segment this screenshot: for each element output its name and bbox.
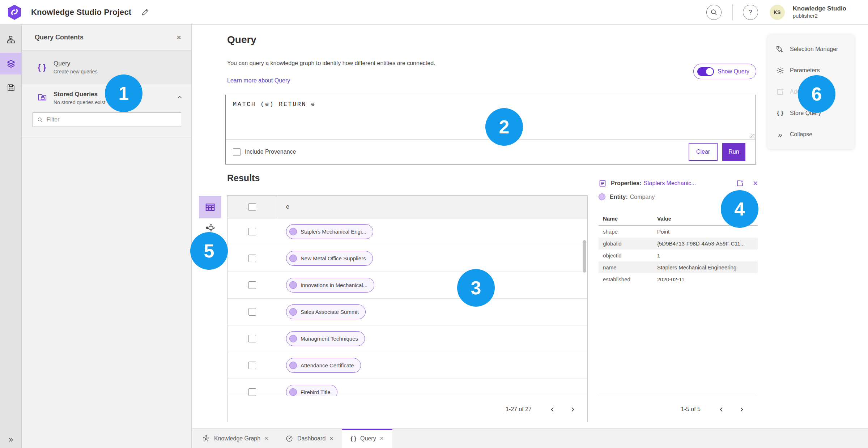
add-to-map-icon[interactable] [736, 179, 744, 188]
row-checkbox[interactable] [248, 388, 256, 396]
row-checkbox[interactable] [248, 228, 256, 235]
header-divider [732, 4, 733, 21]
row-checkbox-cell [227, 272, 277, 298]
table-row: Innovations in Mechanical... [227, 272, 587, 299]
toggle-knob [706, 68, 713, 75]
selection-manager-icon [776, 45, 784, 54]
next-page-button[interactable] [735, 402, 748, 416]
properties-icon [599, 179, 607, 187]
rail-query-button[interactable] [0, 53, 22, 74]
learn-more-link[interactable]: Learn more about Query [227, 77, 290, 84]
collapse-section-button[interactable] [177, 94, 183, 102]
entity-chip[interactable]: Firebird Title [286, 385, 337, 396]
app-logo-icon [7, 4, 22, 20]
select-all-cell [227, 196, 277, 218]
include-provenance-checkbox[interactable] [233, 148, 241, 156]
row-checkbox[interactable] [248, 281, 256, 289]
row-checkbox[interactable] [248, 308, 256, 316]
query-editor-footer: Include Provenance Clear Run [226, 140, 756, 164]
search-button[interactable] [706, 5, 722, 20]
stored-queries-label: Stored Queries [54, 91, 105, 98]
gear-icon [776, 66, 784, 75]
hierarchy-icon [6, 35, 16, 44]
results-pagination-text: 1-27 of 27 [506, 406, 532, 413]
avatar-initials: KS [774, 9, 780, 15]
page-title: Query [227, 34, 256, 46]
query-page: Query You can query a knowledge graph to… [192, 25, 868, 428]
property-row: shape Point [599, 226, 758, 238]
results-scrollbar-thumb[interactable] [583, 240, 586, 273]
filter-search-icon [37, 117, 43, 123]
entity-chip[interactable]: Managment Techniques [286, 331, 365, 346]
entity-dot-icon [289, 281, 297, 289]
row-checkbox[interactable] [248, 335, 256, 342]
filter-box [33, 112, 181, 127]
caret-up-icon [177, 94, 183, 100]
project-title: Knowledge Studio Project [31, 8, 131, 17]
bottom-tab-bar: Knowledge Graph × Dashboard × { } Query … [192, 428, 868, 448]
close-tab-icon[interactable]: × [264, 435, 268, 442]
query-item-sublabel: Create new queries [54, 69, 97, 74]
row-checkbox-cell [227, 218, 277, 245]
menu-item-selection-manager[interactable]: Selection Manager [767, 38, 854, 60]
chevron-right-icon [570, 407, 575, 412]
entity-dot-icon [289, 388, 297, 396]
entity-dot-icon [289, 308, 297, 316]
run-button[interactable]: Run [722, 143, 745, 161]
row-checkbox-cell [227, 325, 277, 352]
knowledge-graph-icon [202, 435, 210, 443]
callout-badge-2: 2 [485, 108, 523, 146]
tab-knowledge-graph[interactable]: Knowledge Graph × [193, 429, 277, 448]
entity-chip[interactable]: Innovations in Mechanical... [286, 278, 374, 293]
expand-rail-button[interactable]: » [0, 435, 22, 444]
next-page-button[interactable] [566, 402, 579, 416]
edit-title-icon[interactable] [141, 8, 149, 17]
entity-dot-icon [289, 362, 297, 369]
entity-chip[interactable]: New Metal Office Suppliers [286, 251, 373, 266]
row-checkbox[interactable] [248, 255, 256, 262]
properties-entity-name[interactable]: Staplers Mechanic... [643, 180, 696, 187]
previous-page-button[interactable] [545, 402, 559, 416]
column-header-name: Name [603, 216, 657, 222]
table-row: New Metal Office Suppliers [227, 245, 587, 272]
help-button[interactable]: ? [743, 5, 758, 20]
close-tab-icon[interactable]: × [380, 435, 384, 442]
clear-button[interactable]: Clear [689, 143, 718, 161]
user-name: Knowledge Studio [793, 5, 846, 12]
entity-chip[interactable]: Staplers Mechanical Engi... [286, 224, 373, 239]
tab-dashboard[interactable]: Dashboard × [277, 429, 342, 448]
close-panel-button[interactable]: × [176, 33, 181, 42]
properties-pagination: 1-5 of 5 [599, 396, 758, 422]
close-properties-button[interactable]: × [753, 179, 758, 187]
previous-page-button[interactable] [714, 402, 728, 416]
row-checkbox[interactable] [248, 362, 256, 369]
query-item-text: Query Create new queries [54, 60, 97, 74]
entity-chip[interactable]: Attendance Certificate [286, 358, 361, 373]
rail-hierarchy-button[interactable] [0, 29, 22, 51]
sidebar-item-query[interactable]: { } Query Create new queries [22, 51, 191, 84]
properties-label: Properties: [611, 180, 641, 187]
resize-grip[interactable] [750, 134, 755, 138]
table-row: Staplers Mechanical Engi... [227, 218, 587, 245]
link-chart-icon [205, 223, 215, 233]
tab-query[interactable]: { } Query × [342, 429, 392, 448]
table-view-button[interactable] [199, 196, 221, 218]
properties-header: Properties: Staplers Mechanic... × [599, 179, 758, 188]
menu-item-collapse[interactable]: » Collapse [767, 124, 854, 145]
help-icon: ? [748, 8, 752, 16]
select-all-checkbox[interactable] [248, 203, 256, 211]
filter-input[interactable] [47, 116, 176, 123]
stored-queries-folder-icon [38, 92, 54, 104]
callout-badge-6: 6 [798, 75, 835, 113]
show-query-toggle[interactable]: Show Query [693, 64, 756, 79]
avatar[interactable]: KS [770, 5, 785, 20]
braces-icon: { } [776, 109, 784, 118]
dashboard-icon [285, 435, 293, 443]
property-row: established 2020-02-11 [599, 273, 758, 285]
close-tab-icon[interactable]: × [329, 435, 333, 442]
results-table: e Staplers Mechanical Engi... New Metal … [227, 195, 588, 422]
entity-chip[interactable]: Sales Associate Summit [286, 304, 366, 319]
braces-icon: { } [38, 63, 54, 72]
rail-save-button[interactable] [0, 77, 22, 98]
user-info[interactable]: Knowledge Studio publisher2 [793, 5, 846, 19]
